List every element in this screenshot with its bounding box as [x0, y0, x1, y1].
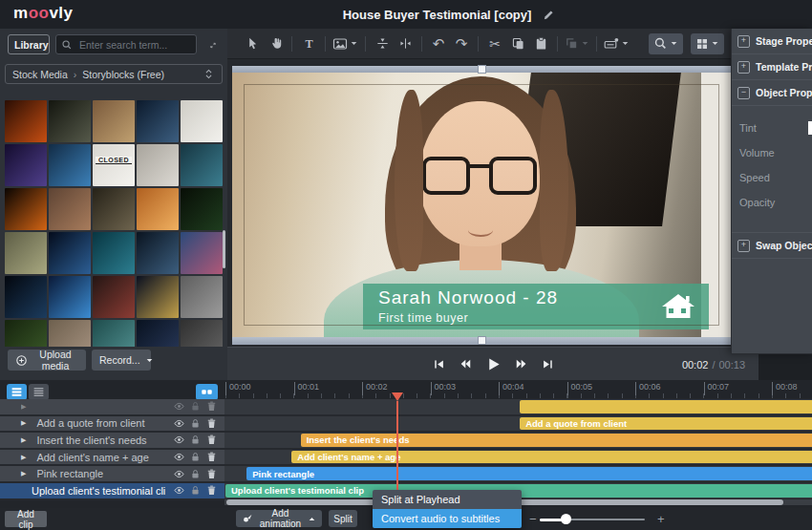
paste-tool-button[interactable] [529, 32, 552, 55]
cut-tool-button[interactable]: ✂ [483, 32, 506, 55]
track-header[interactable]: ▶Pink rectangle [0, 466, 224, 481]
media-thumbnail-dark-flowers[interactable] [49, 100, 91, 142]
trash-icon[interactable] [205, 417, 218, 430]
lock-icon[interactable] [189, 400, 202, 413]
add-clip-button[interactable]: Add clip [5, 511, 47, 527]
skip-start-button[interactable] [433, 358, 445, 371]
eye-icon[interactable] [173, 434, 185, 446]
undo-tool-button[interactable]: ↶ [427, 32, 450, 55]
trash-icon[interactable] [205, 434, 218, 446]
media-thumbnail-people-walking[interactable] [137, 144, 179, 186]
expand-panel-button[interactable] [204, 36, 222, 53]
library-tab[interactable]: Library [8, 34, 50, 54]
media-thumbnail-fire-sparks[interactable] [5, 100, 47, 142]
track-header[interactable]: ▶Insert the client's needs [0, 433, 224, 448]
timeline-zoom-in-button[interactable]: + [652, 510, 671, 527]
lock-icon[interactable] [189, 417, 202, 430]
track-header[interactable]: ▶Add a quote from client [0, 416, 224, 432]
eye-icon[interactable] [173, 451, 185, 463]
timeline-zoom-slider-knob[interactable] [561, 514, 571, 524]
media-thumbnail-crowd-bw[interactable] [181, 276, 223, 318]
trash-icon[interactable] [205, 451, 218, 463]
lock-icon[interactable] [189, 468, 202, 480]
media-thumbnail-silhouette-thinker[interactable] [137, 100, 179, 142]
clip-pink-rectangle[interactable]: Pink rectangle [246, 467, 812, 480]
media-thumbnail-hologram-cube[interactable] [49, 276, 91, 318]
media-thumbnail-purple-galaxy[interactable] [5, 144, 47, 186]
lock-icon[interactable] [189, 484, 202, 497]
track-header[interactable]: ▶ [0, 399, 224, 414]
tint-swatch[interactable] [808, 121, 812, 135]
selection-handle[interactable] [478, 65, 486, 74]
media-thumbnail-grayscale-dark[interactable] [181, 320, 223, 347]
playhead-handle[interactable] [392, 392, 403, 401]
grid-view-tool-button[interactable] [691, 33, 724, 54]
media-thumbnail-earth-horizon[interactable] [5, 276, 47, 318]
video-preview[interactable]: Sarah Norwood - 28 First time buyer [232, 73, 731, 337]
lock-icon[interactable] [189, 434, 202, 446]
search-input[interactable] [77, 38, 191, 52]
media-thumbnail-earth-globe[interactable] [49, 232, 91, 274]
text-tool-button[interactable]: T [297, 32, 320, 55]
media-thumbnail-skin-closeup[interactable] [49, 188, 91, 230]
cursor-tool-button[interactable] [241, 32, 264, 55]
trash-icon[interactable] [205, 484, 218, 497]
media-thumbnail-typing-keyboard[interactable] [93, 188, 135, 230]
media-thumbnail-stressed-man[interactable] [93, 276, 135, 318]
lower-third-overlay[interactable]: Sarah Norwood - 28 First time buyer [363, 284, 709, 329]
skip-end-button[interactable] [542, 358, 554, 371]
section-swap-object[interactable]: +Swap Object [732, 232, 812, 259]
split-button[interactable]: Split [329, 510, 357, 527]
clip[interactable] [520, 400, 812, 413]
pencil-icon[interactable] [543, 9, 555, 21]
trash-icon[interactable] [205, 400, 218, 413]
context-menu-item-convert-audio-to-subtitles[interactable]: Convert audio to subtitles [373, 509, 522, 528]
property-tint[interactable]: Tint [732, 116, 812, 140]
property-volume[interactable]: Volume [732, 140, 812, 165]
media-thumbnail-code-screen[interactable] [181, 188, 223, 230]
media-thumbnail-magazine-page[interactable] [181, 100, 223, 142]
media-source-select[interactable]: Stock Media › Storyblocks (Free) [5, 64, 223, 84]
redo-tool-button[interactable]: ↷ [450, 32, 473, 55]
hand-tool-button[interactable] [264, 32, 287, 55]
media-thumbnail-sunset-clouds[interactable] [137, 188, 179, 230]
copy-tool-button[interactable] [506, 32, 529, 55]
section-stage-properties[interactable]: +Stage Properties [732, 29, 812, 54]
align-horizontal-center-tool-button[interactable] [394, 32, 417, 55]
timeline-view-compact-button[interactable] [29, 384, 49, 400]
record-button[interactable]: Record... [92, 350, 151, 371]
section-object-properties[interactable]: −Object Properties [732, 80, 812, 106]
media-thumbnail-closed-sign[interactable]: CLOSED [93, 144, 135, 186]
zoom-tool-button[interactable] [649, 33, 683, 54]
track-header[interactable]: ▶Add client's name + age [0, 450, 224, 465]
trash-icon[interactable] [205, 468, 218, 480]
media-thumbnail-night-particles[interactable] [137, 320, 179, 347]
eye-icon[interactable] [173, 417, 185, 430]
media-thumbnail-underwater-light[interactable] [93, 232, 135, 274]
media-thumbnail-phone-in-hand[interactable] [137, 232, 179, 274]
library-scrollbar[interactable] [223, 230, 225, 268]
clip-add-a-quote-from-client[interactable]: Add a quote from client [520, 417, 812, 431]
keyboard-shortcut-tool-button[interactable] [602, 32, 631, 55]
media-thumbnail-green-leaves[interactable] [5, 320, 47, 347]
media-thumbnail-glasses-reflection[interactable] [49, 144, 91, 186]
timeline-view-detailed-button[interactable] [7, 384, 27, 400]
track-expand-arrow-icon[interactable]: ▶ [21, 454, 26, 461]
track-expand-arrow-icon[interactable]: ▶ [21, 419, 26, 427]
selection-bar-bottom[interactable] [232, 337, 731, 345]
selection-handle[interactable] [478, 336, 486, 345]
rewind-button[interactable] [459, 357, 472, 371]
property-opacity[interactable]: Opacity [732, 190, 812, 215]
add-animation-button[interactable]: Add animation [236, 510, 322, 527]
context-menu-item-split-at-playhead[interactable]: Split at Playhead [373, 490, 522, 509]
media-shape-tool-button[interactable] [331, 32, 360, 55]
media-thumbnail-dollar-bills[interactable] [5, 232, 47, 274]
timeline-ruler[interactable]: 00:0000:0100:0200:0300:0400:0500:0600:07… [224, 380, 812, 398]
section-template-properties[interactable]: +Template Properties [732, 54, 812, 80]
align-vertical-center-tool-button[interactable] [371, 32, 394, 55]
media-thumbnail-face-glasses-closeup[interactable] [181, 232, 223, 274]
eye-icon[interactable] [173, 484, 185, 497]
track-header[interactable]: Upload client's testimonial clip [0, 483, 224, 498]
media-thumbnail-city-aerial[interactable] [181, 144, 223, 186]
media-thumbnail-skateboarder[interactable] [93, 100, 135, 142]
